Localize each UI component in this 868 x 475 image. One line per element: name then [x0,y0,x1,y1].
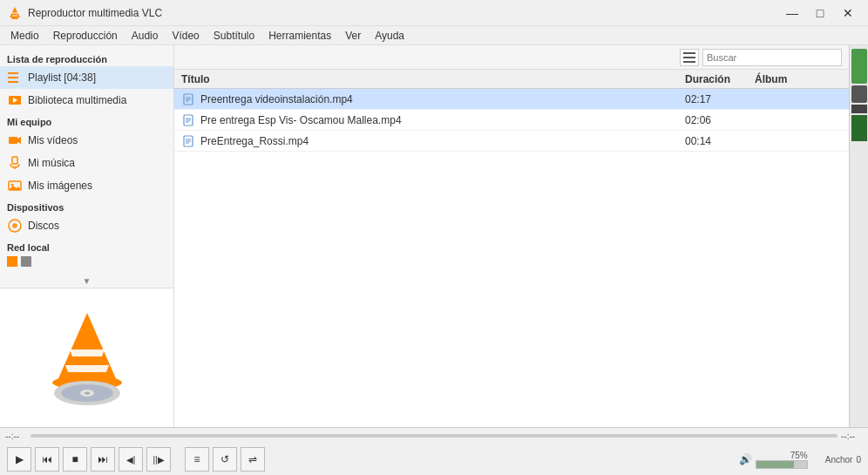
svg-rect-29 [683,61,695,63]
volume-percent: 75% [790,451,808,460]
stop-icon: ■ [71,453,78,465]
vlc-logo-svg [35,306,139,411]
progress-track[interactable] [31,434,837,438]
playlist-toggle-button[interactable]: ≡ [185,447,209,472]
network-item-1[interactable] [7,256,17,267]
menu-ver[interactable]: Ver [338,28,368,44]
section-myteam-label: Mi equipo [0,112,173,129]
svg-marker-10 [17,137,21,144]
svg-rect-5 [8,77,18,78]
file-duration: 02:17 [685,93,755,105]
file-duration: 02:06 [685,114,755,126]
volume-icon: 🔊 [739,453,752,465]
sidebar-item-images[interactable]: Mis imágenes [0,174,173,197]
shuffle-icon: ⇌ [248,453,257,465]
file-icon [181,113,195,127]
window-controls: — □ ✕ [779,4,861,22]
sidebar-item-library[interactable]: Biblioteca multimedia [0,89,173,112]
play-icon: ▶ [16,453,24,465]
next-button[interactable]: ⏭ [91,447,115,472]
sidebar-content: Lista de reproducción Playlist [04:38] [0,45,173,275]
prev-button[interactable]: ⏮ [35,447,59,472]
right-toolbar [174,45,849,70]
menu-herramientas[interactable]: Herramientas [261,28,338,44]
scroll-down-arrow[interactable]: ▼ [0,275,173,288]
file-list-header: Título Duración Álbum [174,70,849,89]
svg-rect-27 [683,52,695,54]
menu-video[interactable]: Vídeo [165,28,206,44]
bottom-bar: --:-- --:-- ▶ ⏮ ■ ⏭ ◀| ||▶ ≡ ↺ [0,427,868,475]
right-edge-bar3 [851,105,867,113]
svg-rect-28 [683,57,695,58]
playlist-icon [7,70,23,85]
svg-rect-4 [8,72,18,74]
window-title: Reproductor multimedia VLC [28,7,779,19]
sidebar-item-playlist[interactable]: Playlist [04:38] [0,66,173,89]
table-row[interactable]: Pre entrega Esp Vis- Oscamou Mallea.mp4 … [174,110,849,131]
prev-icon: ⏮ [42,453,52,465]
vlc-icon [7,5,23,21]
frame-fwd-button[interactable]: ||▶ [146,447,171,472]
list-view-icon [683,51,695,64]
loop-button[interactable]: ↺ [213,447,237,472]
time-right: --:-- [841,431,863,441]
svg-rect-6 [8,81,18,83]
images-icon [7,178,23,193]
volume-slider[interactable] [756,460,808,469]
library-label: Biblioteca multimedia [28,94,126,106]
close-button[interactable]: ✕ [835,4,861,22]
anchor-value: 0 [856,455,861,465]
maximize-button[interactable]: □ [807,4,833,22]
svg-point-18 [14,225,16,227]
col-duration-header: Duración [685,73,755,85]
library-icon [7,92,23,108]
minimize-button[interactable]: — [779,4,805,22]
svg-rect-11 [12,157,17,164]
search-box[interactable] [702,49,842,66]
menu-medio[interactable]: Medio [3,28,46,44]
col-title-header: Título [181,73,685,85]
col-album-header: Álbum [755,73,842,85]
frame-fwd-icon: ||▶ [153,455,164,465]
svg-point-26 [85,391,90,394]
menubar: Medio Reproducción Audio Vídeo Subtítulo… [0,26,868,45]
right-edge-bar2 [851,85,867,103]
stop-button[interactable]: ■ [63,447,87,472]
vlc-logo-area [0,288,173,427]
sidebar-item-music[interactable]: Mi música [0,152,173,174]
controls-row: ▶ ⏮ ■ ⏭ ◀| ||▶ ≡ ↺ ⇌ 🔊 75% [0,444,868,475]
view-toggle-button[interactable] [680,49,699,66]
menu-audio[interactable]: Audio [125,28,166,44]
next-icon: ⏭ [98,453,108,465]
frame-back-icon: ◀| [126,455,136,465]
menu-subtitulo[interactable]: Subtítulo [207,28,261,44]
videos-icon [7,132,23,148]
svg-marker-20 [70,349,105,356]
network-item-2[interactable] [21,256,31,267]
volume-control: 75% [756,451,808,469]
menu-ayuda[interactable]: Ayuda [368,28,411,44]
discs-icon [7,218,23,234]
table-row[interactable]: Preentrega videoinstalación.mp4 02:17 [174,89,849,110]
titlebar: Reproductor multimedia VLC — □ ✕ [0,0,868,26]
file-icon [181,134,195,148]
right-edge [849,45,868,427]
volume-area: 🔊 75% [739,451,808,469]
frame-back-button[interactable]: ◀| [119,447,143,472]
playlist-label: Playlist [04:38] [28,71,96,84]
right-edge-bar4 [851,115,867,141]
shuffle-button[interactable]: ⇌ [241,447,265,472]
svg-marker-15 [9,186,21,190]
network-items [7,256,173,267]
sidebar-item-videos[interactable]: Mis vídeos [0,129,173,152]
file-name: Preentrega videoinstalación.mp4 [200,93,685,105]
right-edge-bar1 [851,49,867,84]
menu-reproduccion[interactable]: Reproducción [46,28,125,44]
anchor-area: Anchor 0 [825,455,861,465]
table-row[interactable]: PreEntrega_Rossi.mp4 00:14 [174,131,849,152]
search-input[interactable] [707,52,837,63]
play-button[interactable]: ▶ [7,447,31,472]
main-area: Lista de reproducción Playlist [04:38] [0,45,868,427]
playlist-toggle-icon: ≡ [193,453,200,465]
sidebar-item-discs[interactable]: Discos [0,214,173,237]
